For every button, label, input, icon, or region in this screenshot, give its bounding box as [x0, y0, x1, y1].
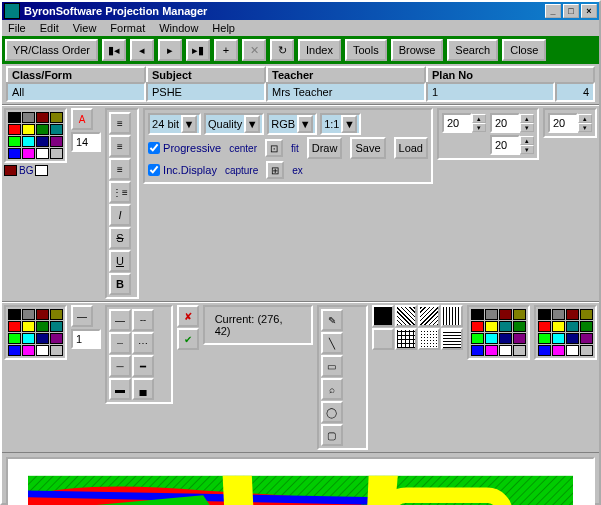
draw-button[interactable]: Draw: [307, 137, 343, 159]
menu-view[interactable]: View: [73, 22, 97, 34]
color-swatch[interactable]: [538, 309, 551, 320]
pattern-cross[interactable]: [395, 328, 417, 350]
rect-tool[interactable]: ▭: [321, 355, 343, 377]
color-swatch[interactable]: [513, 321, 526, 332]
cancel-draw-button[interactable]: ✘: [177, 305, 199, 327]
save-button[interactable]: Save: [350, 137, 385, 159]
color-swatch[interactable]: [36, 148, 49, 159]
center-tool[interactable]: ⊡: [265, 139, 283, 157]
color-swatch[interactable]: [552, 333, 565, 344]
index-button[interactable]: Index: [298, 39, 341, 61]
dropdown-arrow-icon[interactable]: ▼: [181, 115, 197, 133]
color-swatch[interactable]: [552, 321, 565, 332]
color-swatch[interactable]: [36, 124, 49, 135]
capture-label[interactable]: capture: [225, 165, 258, 176]
color-swatch[interactable]: [485, 345, 498, 356]
color-swatch[interactable]: [50, 124, 63, 135]
dropdown-arrow-icon[interactable]: ▼: [244, 115, 260, 133]
pattern-none[interactable]: [372, 328, 394, 350]
color-swatch[interactable]: [538, 345, 551, 356]
color-swatch[interactable]: [580, 321, 593, 332]
color-swatch[interactable]: [50, 136, 63, 147]
fit-label[interactable]: fit: [291, 143, 299, 154]
color-swatch[interactable]: [22, 345, 35, 356]
align-center-button[interactable]: ≡: [109, 135, 131, 157]
confirm-draw-button[interactable]: ✔: [177, 328, 199, 350]
color-swatch[interactable]: [566, 309, 579, 320]
line-tool[interactable]: ╲: [321, 332, 343, 354]
fill-palette-1[interactable]: [467, 305, 530, 360]
color-swatch[interactable]: [485, 309, 498, 320]
spin-a[interactable]: 20▴▾: [442, 113, 486, 133]
color-swatch[interactable]: [538, 333, 551, 344]
color-swatch[interactable]: [22, 124, 35, 135]
line-style-button[interactable]: —: [71, 305, 93, 327]
color-swatch[interactable]: [22, 309, 35, 320]
color-swatch[interactable]: [8, 136, 21, 147]
search-button[interactable]: Search: [447, 39, 498, 61]
color-swatch[interactable]: [580, 309, 593, 320]
color-swatch[interactable]: [8, 124, 21, 135]
font-button[interactable]: A: [71, 108, 93, 130]
color-swatch[interactable]: [22, 136, 35, 147]
line-dot[interactable]: ⋯: [132, 332, 154, 354]
colormode-select[interactable]: RGB▼: [267, 113, 317, 135]
menu-edit[interactable]: Edit: [40, 22, 59, 34]
pattern-vert[interactable]: [441, 305, 463, 327]
teacher-value[interactable]: Mrs Teacher: [266, 82, 426, 102]
order-button[interactable]: YR/Class Order: [5, 39, 98, 61]
color-swatch[interactable]: [36, 136, 49, 147]
menu-format[interactable]: Format: [110, 22, 145, 34]
close-button[interactable]: ×: [581, 4, 597, 18]
color-swatch[interactable]: [538, 321, 551, 332]
load-button[interactable]: Load: [394, 137, 428, 159]
color-swatch[interactable]: [471, 345, 484, 356]
prev-button[interactable]: ◂: [130, 39, 154, 61]
color-swatch[interactable]: [8, 345, 21, 356]
ex-label[interactable]: ex: [292, 165, 303, 176]
line-thick[interactable]: ▬: [109, 378, 131, 400]
color-swatch[interactable]: [485, 321, 498, 332]
color-swatch[interactable]: [50, 333, 63, 344]
color-swatch[interactable]: [580, 333, 593, 344]
close-app-button[interactable]: Close: [502, 39, 546, 61]
menu-file[interactable]: File: [8, 22, 26, 34]
planno-extra[interactable]: 4: [555, 82, 595, 102]
color-swatch[interactable]: [471, 321, 484, 332]
color-swatch[interactable]: [552, 309, 565, 320]
linewidth-field[interactable]: 1: [71, 329, 101, 349]
color-swatch[interactable]: [471, 333, 484, 344]
fg-swatch[interactable]: [4, 165, 17, 176]
pattern-solid[interactable]: [372, 305, 394, 327]
dropdown-arrow-icon[interactable]: ▼: [297, 115, 313, 133]
color-swatch[interactable]: [513, 309, 526, 320]
ellipse-tool[interactable]: ◯: [321, 401, 343, 423]
underline-button[interactable]: U: [109, 250, 131, 272]
pattern-diag2[interactable]: [418, 305, 440, 327]
center-label[interactable]: center: [229, 143, 257, 154]
color-swatch[interactable]: [8, 321, 21, 332]
color-swatch[interactable]: [552, 345, 565, 356]
classform-value[interactable]: All: [6, 82, 146, 102]
spin-d[interactable]: 20▴▾: [543, 108, 597, 138]
add-button[interactable]: +: [214, 39, 238, 61]
line-thin[interactable]: ─: [109, 355, 131, 377]
bullets-button[interactable]: ⋮≡: [109, 181, 131, 203]
line-med[interactable]: ━: [132, 355, 154, 377]
draw-palette[interactable]: [4, 305, 67, 360]
pattern-diag1[interactable]: [395, 305, 417, 327]
color-swatch[interactable]: [8, 148, 21, 159]
incdisplay-check[interactable]: Inc.Display: [148, 164, 217, 176]
first-button[interactable]: ▮◂: [102, 39, 126, 61]
color-swatch[interactable]: [471, 309, 484, 320]
color-swatch[interactable]: [566, 333, 579, 344]
color-swatch[interactable]: [580, 345, 593, 356]
dropdown-arrow-icon[interactable]: ▼: [341, 115, 357, 133]
roundrect-tool[interactable]: ▢: [321, 424, 343, 446]
color-swatch[interactable]: [22, 148, 35, 159]
spin-b[interactable]: 20▴▾: [490, 113, 534, 133]
progressive-check[interactable]: Progressive: [148, 142, 221, 154]
color-swatch[interactable]: [499, 321, 512, 332]
menu-help[interactable]: Help: [212, 22, 235, 34]
color-swatch[interactable]: [499, 309, 512, 320]
